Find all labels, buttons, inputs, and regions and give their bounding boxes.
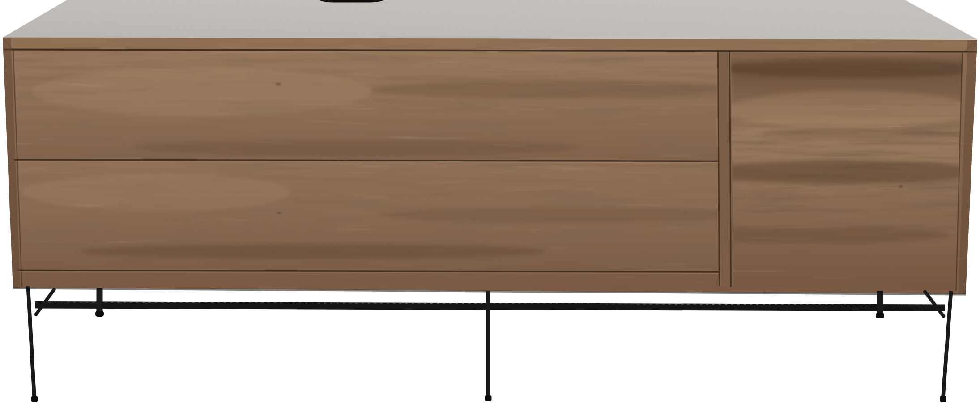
leg-front-right-foot	[940, 396, 946, 402]
drawer-front-upper	[11, 48, 747, 163]
leg-front-left-foot	[31, 396, 38, 402]
product-photo-stage	[0, 0, 980, 403]
grain-dark-streak	[380, 207, 738, 223]
stone-top	[3, 0, 977, 40]
cabinet-face	[0, 36, 980, 297]
cable-cutout-notch	[319, 0, 385, 3]
leg-front-left	[26, 286, 37, 398]
grain-light-patch	[22, 174, 291, 211]
grain-dark-streak	[698, 161, 976, 184]
leg-frame	[26, 286, 953, 402]
sideboard-illustration	[0, 0, 980, 403]
grain-dark-streak	[81, 244, 546, 259]
grain-dark-streak	[134, 140, 582, 156]
stub-glide-left	[97, 288, 103, 314]
stone-top-speckle-texture	[3, 0, 977, 39]
stub-glide-right	[877, 291, 883, 316]
wood-knot	[277, 212, 281, 214]
grain-light-patch	[31, 67, 371, 116]
diagonal-brace-right	[925, 292, 944, 316]
wood-knot	[276, 83, 281, 85]
grain-dark-streak	[720, 58, 980, 78]
stub-glide-right-cap	[876, 313, 884, 318]
stub-glide-left-cap	[95, 311, 104, 317]
page-background: { "scene": { "type": "product-photo", "d…	[0, 0, 980, 403]
grain-dark-streak	[761, 128, 980, 140]
grain-light-patch	[725, 91, 976, 128]
leg-center-foot	[485, 395, 492, 401]
drawer-front-lower	[13, 158, 738, 273]
grain-dark-streak	[371, 81, 747, 98]
wood-knot	[899, 185, 903, 188]
leg-center	[486, 291, 491, 397]
